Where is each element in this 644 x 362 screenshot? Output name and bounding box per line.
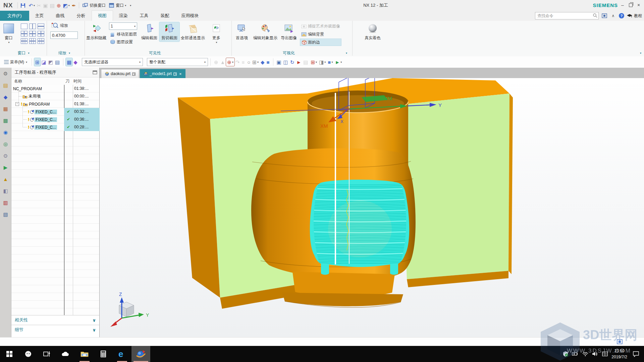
section-details[interactable]: 细节∨ (11, 325, 99, 335)
paste-icon[interactable]: ▤ (49, 1, 56, 9)
assembly-navigator-icon[interactable]: ▤ (3, 82, 8, 88)
navigator-body[interactable]: NC_PROGRAM 01:38:... 未用项 0 (11, 85, 99, 315)
tab-curve[interactable]: 曲线 (50, 11, 71, 21)
machining-wizard-icon[interactable]: ▲ (3, 176, 8, 182)
point-inference-icon[interactable]: ⊕▾ (226, 58, 234, 66)
constraint-navigator-icon[interactable]: ◆ (4, 94, 8, 100)
collapse-icon[interactable]: − (15, 102, 19, 106)
zoom-button[interactable]: 缩放 (50, 22, 69, 29)
save-button[interactable] (19, 1, 27, 9)
history-icon[interactable]: ⊙ (3, 153, 8, 159)
caption-zoom[interactable]: 缩放▾ (47, 50, 82, 56)
layout-quad2-icon[interactable] (29, 31, 36, 37)
ribbon-options-arrow[interactable]: ▾ (640, 52, 641, 55)
navigator-row-operation[interactable]: ! FIXED_C... ✔ 00:36:... (11, 116, 99, 123)
selection-scope-combo[interactable]: 整个装配▾ (147, 58, 208, 66)
work-layer-combo[interactable]: 1▾ (109, 22, 137, 30)
highlight-selection-icon[interactable]: ▦ (66, 58, 72, 66)
select-feature-icon[interactable]: ◪ (41, 58, 47, 66)
navigator-row-program[interactable]: − ! PROGRAM 01:38:... (11, 100, 99, 108)
section-dependencies[interactable]: 相关性∨ (11, 315, 99, 325)
true-shading-button[interactable]: 真实着色 (363, 22, 383, 42)
select-objects-icon[interactable]: ⊞ (34, 58, 41, 66)
style-brush-icon[interactable]: ✒ (71, 1, 77, 9)
navigator-row-operation[interactable]: ! FIXED_C... ✔ 00:32:... (11, 108, 99, 116)
ribbon-window-icon[interactable] (601, 13, 607, 19)
command-search-input[interactable] (535, 12, 599, 19)
layout-single-icon[interactable] (21, 23, 28, 29)
restore-button[interactable] (627, 0, 635, 10)
snap-enable-icon[interactable]: ▲ (219, 58, 226, 66)
layout-split-h-icon[interactable] (38, 23, 44, 29)
navigator-header[interactable]: 名称 刀 时间 (11, 77, 99, 85)
close-button[interactable]: × (635, 0, 643, 10)
column-time[interactable]: 时间 (73, 78, 100, 84)
doc-tab-model1[interactable]: _model1.prt × (140, 69, 185, 78)
part-navigator-icon[interactable]: ▦ (3, 106, 8, 112)
capture-art-image-button[interactable]: 捕捉艺术外观图像 (300, 23, 341, 29)
reuse-library-icon[interactable]: ▩ (3, 117, 8, 123)
layout-grid8-icon[interactable] (29, 38, 36, 44)
volume-icon[interactable] (592, 351, 599, 357)
edit-object-display-button[interactable]: 编辑对象显示 (252, 22, 279, 42)
tab-tools[interactable]: 工具 (134, 11, 155, 21)
related-objects-icon[interactable]: ◆ (72, 58, 78, 66)
pan-view-icon[interactable]: ◫ (282, 58, 289, 66)
refresh-view-icon[interactable]: ↻ (289, 58, 296, 66)
select-body-icon[interactable]: ◩ (47, 58, 54, 66)
caption-visibility[interactable]: 可见性 (82, 50, 228, 56)
tab-close-icon[interactable]: × (179, 71, 182, 76)
minimize-button[interactable]: – (619, 0, 627, 10)
hd3d-tools-icon[interactable]: ◉ (3, 129, 8, 135)
file-explorer-button[interactable] (75, 346, 94, 362)
roles-icon[interactable]: ◧ (3, 188, 8, 194)
navigator-row-nc-program[interactable]: NC_PROGRAM 01:38:... (11, 85, 99, 93)
rectangle-select-icon[interactable]: ⊞▾ (251, 58, 260, 66)
snap-point-icon[interactable]: ⊕ (213, 58, 219, 66)
window-gallery-button[interactable]: 窗口 ▾ (0, 22, 17, 45)
face-edges-button[interactable]: 面的边 (300, 39, 341, 46)
wifi-icon[interactable] (582, 351, 589, 357)
edit-background-button[interactable]: 编辑背景 (300, 31, 341, 38)
status-window-icon[interactable] (616, 339, 623, 345)
zoom-value-input[interactable] (50, 32, 78, 39)
web-browser-icon[interactable]: ◎ (3, 141, 8, 147)
view-orient-icon[interactable]: ◩▾ (62, 1, 71, 9)
show-all-translucent-button[interactable]: 全部通透显示 (179, 22, 206, 42)
rotate-point-icon[interactable]: ↷ (234, 58, 241, 66)
layout-quad3-icon[interactable] (38, 31, 44, 37)
annotate-icon[interactable]: ► (295, 58, 302, 66)
doc-tab-daokou[interactable]: daokou.prt (101, 69, 139, 78)
edge-button[interactable]: e (113, 346, 131, 362)
vision-icon[interactable]: ▥ (3, 199, 8, 205)
show-hide-button[interactable]: 显示和隐藏 (85, 22, 108, 42)
grid-icon[interactable]: ⊞▾ (310, 58, 318, 66)
onedrive-button[interactable] (56, 346, 75, 362)
snap-target-icon[interactable]: ⊕ (56, 1, 62, 9)
tab-analysis[interactable]: 分析 (71, 11, 92, 21)
edit-section-button[interactable]: 编辑截面 (139, 22, 159, 42)
layout-grid6-icon[interactable] (21, 38, 28, 44)
tab-file[interactable]: 文件(F) (0, 11, 29, 21)
window-layout-grid[interactable] (21, 23, 44, 44)
minimize-ribbon-icon[interactable]: ∧ (610, 13, 616, 19)
taskbar-clock[interactable]: 23:50 2019/7/2 (611, 348, 627, 360)
column-name[interactable]: 名称 (11, 78, 64, 84)
tab-application[interactable]: 应用模块 (175, 11, 205, 21)
tutorial-button[interactable]: 教程 (627, 13, 642, 19)
layer-settings-button[interactable]: 图层设置 (109, 39, 138, 45)
touch-mode-icon[interactable]: ▧ (3, 211, 8, 217)
layout-split-v-icon[interactable] (29, 23, 36, 29)
preferences-button[interactable]: 首选项 (232, 22, 252, 42)
navigator-row-unused[interactable]: 未用项 00:00:... (11, 93, 99, 100)
notification-icon[interactable] (633, 351, 639, 357)
column-tool[interactable]: 刀 (64, 78, 73, 84)
navigator-row-operation[interactable]: ! FIXED_C... ✔ 00:28:... (11, 123, 99, 131)
section-toggle-icon[interactable]: ►▾ (334, 58, 343, 66)
window-menu-button[interactable]: 窗口 ▾ (108, 1, 127, 9)
select-edge-icon[interactable]: ▤ (54, 58, 61, 66)
extend-selection-icon[interactable]: ≡ (241, 58, 246, 66)
undo-icon[interactable]: ↶▾ (28, 1, 36, 9)
shaded-cube-icon[interactable]: ■ (265, 58, 270, 66)
caption-visualization[interactable]: 可视化▾ (228, 50, 349, 56)
